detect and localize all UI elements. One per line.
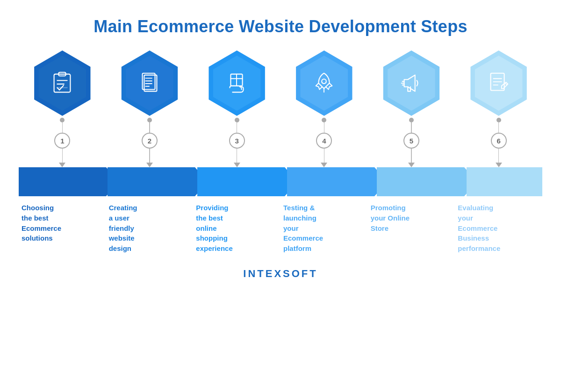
step-6-hex: [466, 50, 532, 116]
step-1-arrow: [59, 163, 65, 167]
step-5-vline-top: [411, 122, 412, 133]
step-3-vline-top: [237, 122, 237, 133]
step-1-number: 1: [54, 133, 70, 149]
delivery-icon: [223, 70, 251, 97]
step-2-label: Creating a user friendly website design: [106, 196, 194, 254]
step-4-number: 4: [316, 133, 332, 149]
rocket-icon: [310, 70, 338, 97]
step-1-vline-top: [62, 122, 63, 133]
step-6-label: Evaluating your Ecommerce Business perfo…: [455, 196, 542, 254]
arrow-band: [19, 167, 542, 196]
brand-footer: INTEXSOFT: [243, 268, 317, 280]
svg-marker-25: [108, 167, 208, 196]
step-1-label-text: Choosing the best Ecommerce solutions: [22, 204, 61, 242]
svg-marker-27: [287, 167, 388, 196]
step-4-hex: [291, 50, 357, 116]
svg-rect-0: [54, 74, 71, 93]
step-3-arrow: [234, 163, 240, 167]
step-4-vline-top: [324, 122, 325, 133]
icons-row: 1: [19, 50, 542, 167]
step-5-vline-bottom: [411, 149, 412, 163]
svg-marker-28: [377, 167, 477, 196]
step-2-arrow: [146, 163, 153, 167]
step-3-number: 3: [229, 133, 245, 149]
step-1-vline-bottom: [62, 149, 63, 163]
step-4-vline-bottom: [324, 149, 325, 163]
step-5-label-text: Promoting your Online Store: [371, 204, 410, 232]
step-3-label: Providing the best online shopping exper…: [193, 196, 280, 254]
step-3-vline-bottom: [237, 149, 237, 163]
labels-row: Choosing the best Ecommerce solutions Cr…: [19, 196, 542, 254]
step-4-label-text: Testing & launching your Ecommerce platf…: [283, 204, 323, 252]
step-5-col: 5: [368, 50, 455, 167]
report-icon: [485, 70, 512, 97]
documents-icon: [136, 70, 163, 97]
step-1-hex: [29, 50, 95, 116]
step-6-col: 6: [455, 50, 542, 167]
step-4-dot: [322, 118, 326, 122]
clipboard-icon: [49, 70, 76, 97]
step-2-vline-bottom: [149, 149, 150, 163]
step-5-dot: [409, 118, 414, 122]
step-2-col: 2: [106, 50, 194, 167]
step-1-label: Choosing the best Ecommerce solutions: [19, 196, 106, 254]
arrow-band-svg: [19, 167, 542, 196]
step-3-dot: [235, 118, 239, 122]
step-6-dot: [496, 118, 501, 122]
step-5-label: Promoting your Online Store: [368, 196, 455, 254]
step-6-label-text: Evaluating your Ecommerce Business perfo…: [458, 204, 500, 252]
step-4-arrow: [321, 163, 327, 167]
svg-point-14: [322, 79, 326, 84]
step-4-label: Testing & launching your Ecommerce platf…: [280, 196, 368, 254]
step-6-arrow: [496, 163, 502, 167]
step-2-label-text: Creating a user friendly website design: [109, 204, 137, 252]
svg-marker-29: [467, 167, 542, 196]
step-4-col: 4: [280, 50, 368, 167]
step-2-hex: [117, 50, 182, 116]
megaphone-icon: [398, 70, 425, 97]
svg-marker-26: [197, 167, 298, 196]
step-2-dot: [147, 118, 152, 122]
brand-text: INTEXSOFT: [243, 268, 317, 279]
step-2-vline-top: [149, 122, 150, 133]
step-3-label-text: Providing the best online shopping exper…: [196, 204, 232, 252]
step-5-hex: [379, 50, 444, 116]
page-title: Main Ecommerce Website Development Steps: [94, 17, 468, 36]
step-6-vline-top: [498, 122, 499, 133]
step-5-number: 5: [403, 133, 419, 149]
step-1-col: 1: [19, 50, 106, 167]
step-2-number: 2: [142, 133, 158, 149]
main-content: Main Ecommerce Website Development Steps: [0, 0, 561, 280]
step-3-hex: [204, 50, 270, 116]
step-6-vline-bottom: [498, 149, 499, 163]
step-1-dot: [60, 118, 65, 122]
step-6-number: 6: [491, 133, 507, 149]
step-5-arrow: [408, 163, 415, 167]
svg-marker-24: [19, 167, 119, 196]
step-3-col: 3: [193, 50, 280, 167]
